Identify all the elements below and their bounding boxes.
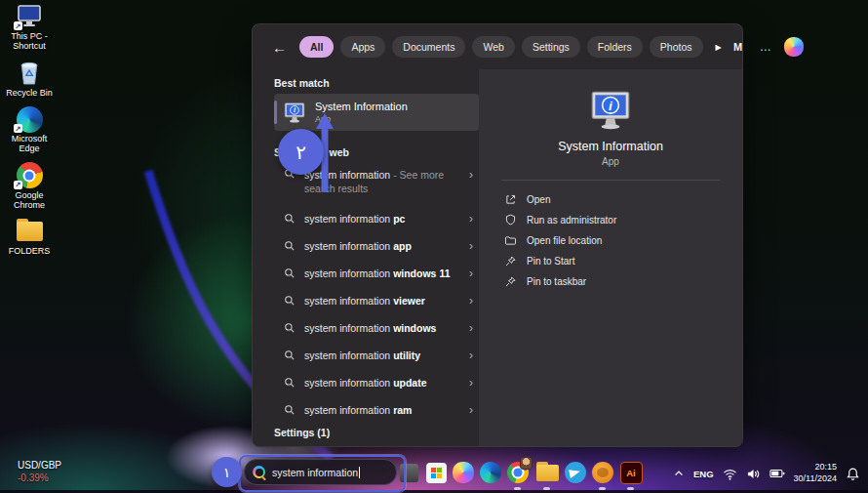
settings-header: Settings (1) <box>274 427 479 438</box>
best-match-header: Best match <box>274 77 479 91</box>
tab-photos[interactable]: Photos <box>650 36 703 58</box>
web-suggestion-row[interactable]: system informationupdate › <box>274 369 479 396</box>
action-open[interactable]: Open <box>504 189 742 210</box>
chevron-right-icon[interactable]: › <box>469 321 473 335</box>
web-suggestion-row[interactable]: system informationapp › <box>274 232 479 260</box>
folder-icon <box>504 234 517 247</box>
shortcut-arrow-icon: ↗ <box>14 21 22 30</box>
tab-folders[interactable]: Folders <box>587 36 643 58</box>
preview-subtitle: App <box>602 156 619 167</box>
search-icon <box>284 267 296 279</box>
shield-icon <box>504 214 517 226</box>
tray-time: 20:15 <box>794 462 837 473</box>
chevron-right-icon[interactable]: › <box>469 349 473 362</box>
annotation-step-1-badge: ١ <box>212 457 242 487</box>
web-suggestion-row[interactable]: system informationwindows 11 › <box>274 260 479 287</box>
search-icon <box>284 295 296 307</box>
web-suggestion-row[interactable]: system informationviewer › <box>274 287 479 314</box>
taskbar-search-box[interactable]: system information <box>244 459 397 485</box>
system-information-icon: i <box>283 102 306 124</box>
chevron-right-icon[interactable]: › <box>469 376 473 390</box>
preview-pane: i System Information App Open Run as adm… <box>479 69 742 446</box>
desktop-icon-label: FOLDERS <box>9 246 51 256</box>
chevron-right-icon[interactable]: › <box>469 168 473 182</box>
web-suggestion-row[interactable]: system informationwindows › <box>274 314 479 342</box>
volume-icon[interactable] <box>746 468 761 480</box>
web-suggestion-row[interactable]: system informationpc › <box>274 205 479 232</box>
pin-icon <box>504 255 517 267</box>
search-icon <box>284 213 296 225</box>
account-avatar[interactable]: M <box>729 37 748 57</box>
action-open-file-location[interactable]: Open file location <box>504 230 742 251</box>
desktop-icon-folders[interactable]: FOLDERS <box>0 219 59 256</box>
tab-web[interactable]: Web <box>472 36 514 58</box>
desktop-icon-label: Microsoft Edge <box>1 134 58 154</box>
open-icon <box>504 193 517 206</box>
currency-change: -0.39% <box>18 472 61 484</box>
text-caret <box>359 467 360 478</box>
tab-settings[interactable]: Settings <box>522 36 580 58</box>
desktop-icon-edge[interactable]: ↗ Microsoft Edge <box>0 106 59 154</box>
desktop-icon-label: Recycle Bin <box>6 88 53 98</box>
chevron-right-icon[interactable]: › <box>469 212 473 226</box>
more-options-icon[interactable]: … <box>760 40 772 54</box>
wifi-icon[interactable] <box>723 468 737 480</box>
running-indicator <box>627 487 634 490</box>
currency-pair: USD/GBP <box>18 459 61 472</box>
action-pin-to-start[interactable]: Pin to Start <box>504 251 742 271</box>
search-icon <box>284 377 296 389</box>
taskbar-illustrator-icon[interactable]: Ai <box>619 461 643 484</box>
tab-all[interactable]: All <box>299 36 334 58</box>
back-button[interactable]: ← <box>272 39 287 56</box>
search-icon <box>284 404 296 416</box>
best-match-subtitle: App <box>315 114 408 124</box>
taskbar-file-explorer-icon[interactable] <box>535 461 559 484</box>
annotation-step-2-badge: ٢ <box>278 129 324 175</box>
chevron-right-icon[interactable]: › <box>469 239 473 253</box>
search-icon <box>253 466 265 478</box>
taskbar-gray-app-icon[interactable] <box>397 461 420 484</box>
tray-date: 30/11/2024 <box>794 473 837 485</box>
preview-title: System Information <box>558 140 663 153</box>
shortcut-arrow-icon: ↗ <box>14 124 22 133</box>
action-pin-to-taskbar[interactable]: Pin to taskbar <box>504 271 742 292</box>
taskbar-microsoft-store-icon[interactable] <box>424 461 448 484</box>
more-tabs-icon[interactable]: ▶ <box>716 43 722 52</box>
battery-icon[interactable] <box>769 468 785 479</box>
search-tabbar: ← All Apps Documents Web Settings Folder… <box>253 24 742 69</box>
recycle-bin-icon <box>15 61 44 86</box>
tab-apps[interactable]: Apps <box>340 36 385 58</box>
chevron-right-icon[interactable]: › <box>469 403 473 417</box>
folder-icon <box>15 219 44 244</box>
desktop: ↗ This PC - Shortcut Recycle Bin ↗ Micro… <box>0 0 868 493</box>
system-information-icon-large: i <box>588 89 633 132</box>
search-input-value: system information <box>272 467 358 478</box>
system-tray: ENG 20:15 30/11/2024 <box>673 457 860 490</box>
taskbar-orange-app-icon[interactable] <box>591 461 614 484</box>
web-suggestion-row[interactable]: system informationutility › <box>274 342 479 369</box>
desktop-icon-this-pc[interactable]: ↗ This PC - Shortcut <box>0 4 59 52</box>
taskbar-copilot-icon[interactable] <box>452 461 475 484</box>
chevron-right-icon[interactable]: › <box>469 267 473 280</box>
notification-bell-icon[interactable] <box>846 467 860 481</box>
best-match-result[interactable]: i System Information App <box>274 94 479 131</box>
chrome-profile-avatar <box>520 457 533 470</box>
tray-chevron-up-icon[interactable] <box>673 468 685 479</box>
taskbar-edge-icon[interactable] <box>479 461 502 484</box>
copilot-icon[interactable] <box>784 37 804 57</box>
search-icon <box>284 322 296 334</box>
this-pc-icon: ↗ <box>15 4 44 29</box>
taskbar-telegram-icon[interactable] <box>564 461 587 484</box>
chevron-right-icon[interactable]: › <box>469 294 473 308</box>
tab-documents[interactable]: Documents <box>392 36 465 58</box>
language-indicator[interactable]: ENG <box>693 469 714 479</box>
currency-widget[interactable]: USD/GBP -0.39% <box>18 459 61 484</box>
web-suggestion-row[interactable]: system informationram › <box>274 396 479 424</box>
svg-text:i: i <box>609 99 612 113</box>
divider <box>501 180 720 181</box>
clock[interactable]: 20:15 30/11/2024 <box>794 462 837 484</box>
desktop-icon-chrome[interactable]: ↗ Google Chrome <box>0 163 59 211</box>
desktop-icon-recycle-bin[interactable]: Recycle Bin <box>0 61 59 98</box>
action-run-as-administrator[interactable]: Run as administrator <box>504 210 742 230</box>
taskbar-chrome-icon[interactable] <box>506 461 530 484</box>
